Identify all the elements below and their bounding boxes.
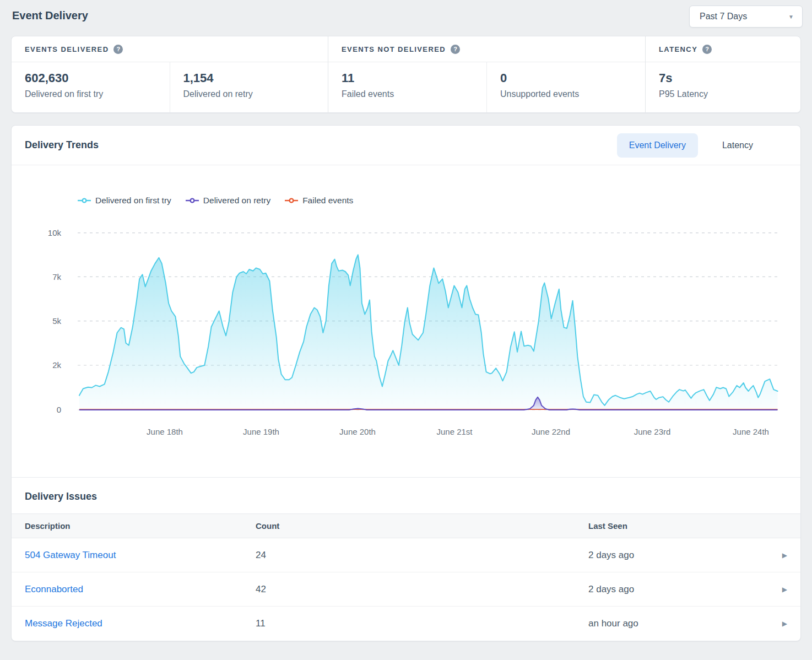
latency-label: LATENCY	[659, 45, 697, 53]
issue-count: 42	[256, 584, 588, 595]
summary-stats-card: EVENTS DELIVERED ? 602,630 Delivered on …	[11, 36, 801, 113]
y-axis-tick-label: 5k	[52, 316, 61, 326]
chevron-right-icon[interactable]: ▶	[782, 586, 787, 593]
stat-label: P95 Latency	[659, 89, 800, 99]
time-range-dropdown[interactable]: Past 7 Days ▼	[689, 6, 803, 28]
x-axis-label: June 18th	[147, 427, 183, 436]
legend-label: Delivered on first try	[95, 196, 171, 205]
issue-description-link[interactable]: 504 Gateway Timeout	[25, 550, 256, 561]
legend-item-failed[interactable]: Failed events	[285, 196, 353, 205]
help-icon[interactable]: ?	[113, 45, 123, 54]
stat-value: 0	[500, 71, 645, 85]
y-axis-tick-label: 10k	[48, 228, 62, 237]
y-axis-tick-label: 7k	[52, 272, 61, 282]
table-row[interactable]: Econnaborted 42 2 days ago ▶	[12, 572, 800, 607]
x-axis-label: June 23rd	[634, 427, 671, 436]
delivery-trends-chart: 10k 7k 5k 2k 0 June 18th June 19th June …	[12, 165, 801, 477]
x-axis-label: June 20th	[339, 427, 376, 436]
chart-legend: Delivered on first try Delivered on retr…	[78, 196, 353, 205]
stat-group-events-delivered: EVENTS DELIVERED ? 602,630 Delivered on …	[12, 36, 328, 112]
stat-group-events-not-delivered: EVENTS NOT DELIVERED ? 11 Failed events …	[328, 36, 645, 112]
issue-description-link[interactable]: Econnaborted	[25, 584, 256, 595]
x-axis-label: June 21st	[436, 427, 473, 436]
x-axis-label: June 19th	[243, 427, 279, 436]
stat-value: 7s	[659, 71, 800, 85]
legend-marker-icon	[186, 197, 199, 204]
legend-item-first-try[interactable]: Delivered on first try	[78, 196, 171, 205]
issue-last-seen: 2 days ago	[588, 584, 775, 595]
stat-label: Delivered on retry	[183, 89, 328, 99]
stat-label: Delivered on first try	[25, 89, 170, 99]
legend-label: Delivered on retry	[203, 196, 270, 205]
chevron-right-icon[interactable]: ▶	[782, 620, 787, 627]
issues-table-header: Description Count Last Seen	[12, 513, 800, 538]
legend-item-retry[interactable]: Delivered on retry	[186, 196, 270, 205]
first-try-area-path	[79, 255, 778, 410]
issue-count: 24	[256, 550, 588, 561]
stat-p95-latency: 7s P95 Latency	[646, 62, 800, 112]
delivery-trends-card: Delivery Trends Event Delivery Latency	[11, 125, 801, 641]
help-icon[interactable]: ?	[451, 45, 460, 54]
stat-retry: 1,154 Delivered on retry	[170, 62, 328, 112]
stat-first-try: 602,630 Delivered on first try	[12, 62, 170, 112]
legend-marker-icon	[285, 197, 298, 204]
trends-header: Delivery Trends Event Delivery Latency	[12, 126, 800, 165]
chevron-down-icon: ▼	[788, 14, 794, 20]
delivery-issues-section: Delivery Issues Description Count Last S…	[12, 477, 800, 641]
events-delivered-label: EVENTS DELIVERED	[25, 45, 109, 53]
time-range-value: Past 7 Days	[700, 12, 747, 21]
events-not-delivered-label: EVENTS NOT DELIVERED	[342, 45, 446, 53]
stat-label: Failed events	[342, 89, 486, 99]
stat-value: 11	[342, 71, 486, 85]
tab-latency[interactable]: Latency	[712, 133, 763, 158]
help-icon[interactable]: ?	[702, 45, 712, 54]
x-axis-label: June 22nd	[532, 427, 570, 436]
stat-unsupported: 0 Unsupported events	[486, 62, 645, 112]
stat-label: Unsupported events	[500, 89, 645, 99]
top-bar: Event Delivery Past 7 Days ▼	[0, 0, 812, 36]
issue-description-link[interactable]: Message Rejected	[25, 618, 256, 629]
trends-title: Delivery Trends	[25, 139, 99, 151]
issue-last-seen: 2 days ago	[588, 550, 775, 561]
chart-area: 10k 7k 5k 2k 0 June 18th June 19th June …	[12, 165, 800, 477]
table-row[interactable]: 504 Gateway Timeout 24 2 days ago ▶	[12, 538, 800, 572]
y-axis-tick-label: 2k	[52, 360, 61, 370]
chevron-right-icon[interactable]: ▶	[782, 551, 787, 559]
column-header-last-seen: Last Seen	[588, 521, 775, 531]
stat-value: 602,630	[25, 71, 170, 85]
stat-value: 1,154	[183, 71, 328, 85]
column-header-count: Count	[256, 521, 588, 531]
x-axis-label: June 24th	[733, 427, 769, 436]
stat-group-latency: LATENCY ? 7s P95 Latency	[645, 36, 800, 112]
issue-last-seen: an hour ago	[588, 618, 775, 629]
trends-tabs: Event Delivery Latency	[617, 133, 787, 158]
issue-count: 11	[256, 618, 588, 629]
legend-label: Failed events	[302, 196, 353, 205]
delivery-issues-title: Delivery Issues	[25, 491, 97, 502]
table-row[interactable]: Message Rejected 11 an hour ago ▶	[12, 607, 800, 641]
column-header-description: Description	[25, 521, 256, 531]
page-title: Event Delivery	[12, 9, 88, 22]
legend-marker-icon	[78, 197, 91, 204]
y-axis-tick-label: 0	[57, 405, 61, 414]
stat-failed: 11 Failed events	[328, 62, 486, 112]
tab-event-delivery[interactable]: Event Delivery	[617, 133, 698, 158]
